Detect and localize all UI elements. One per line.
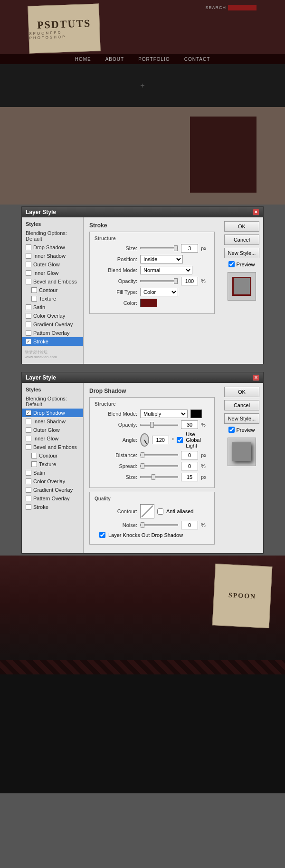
style-item-gradient-overlay[interactable]: Gradient Overlay [22,320,83,329]
nav-portfolio[interactable]: PORTFOLIO [138,57,170,62]
blend-mode-select[interactable]: Normal Multiply [140,266,192,274]
style-item-satin[interactable]: Satin [22,303,83,312]
checkbox-satin-2[interactable] [26,470,31,476]
style-item-drop-shadow-2[interactable]: ✓ Drop Shadow [22,409,83,417]
ok-button-2[interactable]: OK [224,387,259,397]
style-item-outer-glow[interactable]: Outer Glow [22,260,83,269]
style-item-drop-shadow[interactable]: Drop Shadow [22,243,83,252]
style-item-stroke-2[interactable]: Stroke [22,503,83,511]
checkbox-texture[interactable] [31,296,37,302]
style-item-contour[interactable]: Contour [22,286,83,294]
style-item-stroke[interactable]: ✓ Stroke [22,337,83,346]
contour-preview[interactable] [140,504,154,518]
angle-input[interactable] [152,436,169,444]
style-item-contour-2[interactable]: Contour [22,451,83,460]
preview-checkbox-2[interactable] [228,427,235,433]
fill-type-select[interactable]: Color Gradient Pattern [140,288,178,296]
checkbox-texture-2[interactable] [31,461,37,467]
size-slider-2[interactable] [140,476,178,478]
checkbox-gradient-overlay[interactable] [26,322,31,327]
style-item-outer-glow-2[interactable]: Outer Glow [22,426,83,434]
cancel-button-2[interactable]: Cancel [224,400,259,410]
anti-alias-checkbox[interactable] [157,508,163,515]
style-item-gradient-overlay-2[interactable]: Gradient Overlay [22,486,83,494]
checkbox-inner-shadow-2[interactable] [26,419,31,424]
checkbox-outer-glow-2[interactable] [26,427,31,433]
noise-slider-thumb[interactable] [141,522,144,528]
spread-slider-thumb[interactable] [141,463,144,469]
style-item-blending[interactable]: Blending Options: Default [22,229,83,243]
checkbox-pattern-overlay[interactable] [26,330,31,336]
checkbox-gradient-overlay-2[interactable] [26,487,31,493]
color-swatch[interactable] [140,299,157,307]
checkbox-satin[interactable] [26,304,31,310]
nav-about[interactable]: ABOUT [105,57,124,62]
close-button-2[interactable]: ✕ [253,374,259,381]
style-item-pattern-overlay[interactable]: Pattern Overlay [22,329,83,337]
distance-slider-thumb[interactable] [141,452,144,458]
content-panel-2: Drop Shadow Structure Blend Mode: Multip… [84,383,220,553]
nav-home[interactable]: HOME [75,57,91,62]
style-item-bevel-2[interactable]: Bevel and Emboss [22,443,83,451]
style-item-texture-2[interactable]: Texture [22,460,83,468]
checkbox-inner-glow-2[interactable] [26,436,31,441]
checkbox-pattern-overlay-2[interactable] [26,496,31,501]
style-item-bevel[interactable]: Bevel and Emboss [22,277,83,286]
style-item-inner-glow-2[interactable]: Inner Glow [22,434,83,443]
blend-mode-select-2[interactable]: Multiply Normal [140,410,188,418]
checkbox-inner-shadow[interactable] [26,253,31,259]
style-item-satin-2[interactable]: Satin [22,468,83,477]
checkbox-drop-shadow[interactable] [26,244,31,250]
global-light-checkbox[interactable] [177,437,183,443]
spread-slider[interactable] [140,465,178,467]
layer-knocks-checkbox[interactable] [99,532,105,538]
distance-input[interactable] [181,451,198,459]
style-item-inner-glow[interactable]: Inner Glow [22,269,83,277]
checkbox-bevel[interactable] [26,279,31,284]
size-slider[interactable] [140,247,178,249]
checkbox-inner-glow[interactable] [26,270,31,276]
checkbox-contour[interactable] [31,287,37,293]
style-item-texture[interactable]: Texture [22,294,83,303]
size-input-2[interactable] [181,473,198,481]
new-style-button-2[interactable]: New Style... [224,413,259,424]
preview-checkbox-1[interactable] [228,261,235,267]
checkbox-contour-2[interactable] [31,453,37,458]
checkbox-color-overlay-2[interactable] [26,478,31,484]
size-input[interactable] [181,244,198,253]
opacity-input[interactable] [181,277,198,285]
nav-contact[interactable]: CONTACT [184,57,210,62]
checkbox-color-overlay[interactable] [26,313,31,319]
checkbox-drop-shadow-2[interactable]: ✓ [26,410,31,416]
opacity-slider[interactable] [140,280,178,282]
opacity-input-2[interactable] [181,420,198,429]
spread-input[interactable] [181,462,198,470]
ok-button-1[interactable]: OK [224,221,259,232]
style-item-pattern-overlay-2[interactable]: Pattern Overlay [22,494,83,503]
checkbox-stroke-2[interactable] [26,504,31,510]
close-button-1[interactable]: ✕ [253,209,259,215]
checkbox-bevel-2[interactable] [26,444,31,450]
checkbox-stroke[interactable]: ✓ [26,339,31,344]
opacity-slider-thumb[interactable] [174,278,178,284]
section-title-2: Drop Shadow [89,388,215,394]
style-item-inner-shadow-2[interactable]: Inner Shadow [22,417,83,426]
cancel-button-1[interactable]: Cancel [224,234,259,245]
style-item-color-overlay-2[interactable]: Color Overlay [22,477,83,486]
checkbox-outer-glow[interactable] [26,262,31,267]
style-item-color-overlay[interactable]: Color Overlay [22,312,83,320]
style-item-inner-shadow[interactable]: Inner Shadow [22,252,83,260]
size-slider-thumb[interactable] [174,245,178,251]
noise-slider[interactable] [140,524,178,526]
blend-color-swatch[interactable] [190,410,202,418]
size-slider-thumb-2[interactable] [152,474,155,480]
crosshair-icon: + [140,81,144,90]
distance-slider[interactable] [140,454,178,456]
opacity-slider-2[interactable] [140,424,178,426]
angle-dial[interactable] [140,433,149,447]
position-select[interactable]: Inside Outside Center [140,255,183,263]
noise-input[interactable] [181,521,198,529]
style-item-blending-2[interactable]: Blending Options: Default [22,394,83,409]
opacity-slider-thumb-2[interactable] [150,422,154,428]
new-style-button-1[interactable]: New Style... [224,248,259,258]
